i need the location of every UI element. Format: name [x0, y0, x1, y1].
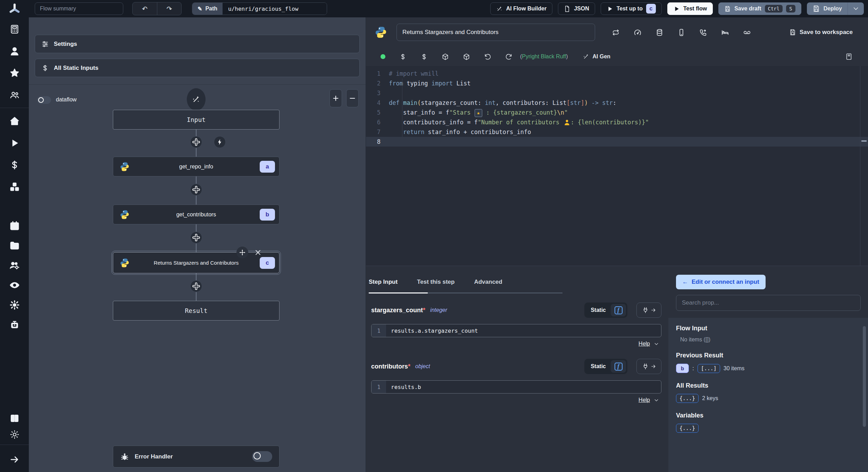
tab-step-input[interactable]: Step Input: [369, 279, 398, 285]
dollar-icon: [399, 53, 407, 60]
add-step-button[interactable]: [190, 280, 202, 292]
workers-icon: [9, 260, 20, 271]
sidebar-item-apps[interactable]: [0, 18, 29, 40]
connect-input-button[interactable]: [636, 303, 661, 318]
deploy-button[interactable]: Deploy: [807, 2, 848, 15]
sidebar-item-audit-logs[interactable]: [0, 275, 29, 295]
all-static-inputs-button[interactable]: All Static Inputs: [35, 59, 360, 77]
flow-node-a[interactable]: get_repo_info a: [113, 157, 279, 176]
ai-flow-builder-button[interactable]: AI Flow Builder: [490, 2, 552, 15]
save-draft-button[interactable]: Save draft Ctrl S: [718, 2, 801, 15]
ai-gen-button[interactable]: AI Gen: [583, 53, 611, 60]
field-name: contributors: [371, 363, 408, 370]
help-link[interactable]: Help: [639, 397, 650, 403]
add-step-button[interactable]: [190, 232, 202, 243]
edit-or-connect-button[interactable]: ← Edit or connect an input: [676, 275, 766, 289]
node-c-label: Returns Stargazers and Contributors: [154, 260, 239, 266]
sidebar-item-groups[interactable]: [0, 84, 29, 106]
scrollbar-thumb[interactable]: [863, 326, 866, 427]
sidebar-item-settings[interactable]: [0, 295, 29, 315]
sidebar-item-ai[interactable]: [0, 315, 29, 334]
move-node-handle[interactable]: [236, 247, 248, 258]
add-step-button[interactable]: [190, 136, 202, 148]
person-emoji: [564, 119, 570, 126]
cache-button[interactable]: [656, 28, 663, 36]
deploy-more-button[interactable]: [848, 2, 864, 15]
mock-button[interactable]: [677, 28, 685, 36]
array-badge[interactable]: [...]: [698, 364, 720, 373]
dataflow-toggle[interactable]: [37, 96, 51, 104]
sidebar-item-expand[interactable]: [0, 447, 29, 472]
json-button[interactable]: JSON: [558, 2, 595, 15]
sidebar-divider: [0, 108, 29, 108]
flow-summary-input[interactable]: [35, 2, 123, 15]
add-trigger-button[interactable]: [214, 136, 226, 148]
sidebar-item-runs[interactable]: [0, 132, 29, 154]
windmill-flow-editor: ↶ ↷ ✎ Path u/henri/gracious_flow AI Flow…: [0, 0, 868, 472]
sidebar-item-home[interactable]: [0, 110, 29, 132]
input-expression-editor[interactable]: 1 results.a.stargazers_count: [371, 324, 661, 337]
sidebar-item-theme-toggle[interactable]: [0, 427, 29, 442]
sidebar-item-workers[interactable]: [0, 255, 29, 275]
test-flow-button[interactable]: Test flow: [667, 2, 713, 15]
sidebar-item-user[interactable]: [0, 40, 29, 62]
sidebar-item-schedules[interactable]: [0, 216, 29, 235]
object-badge[interactable]: {...}: [676, 394, 699, 403]
path-chip[interactable]: ✎ Path u/henri/gracious_flow: [192, 2, 327, 15]
variables-title: Variables: [676, 412, 868, 419]
tab-advanced[interactable]: Advanced: [474, 279, 502, 285]
sidebar-item-docs[interactable]: [0, 411, 29, 427]
ai-icon: [9, 320, 20, 330]
input-mode-toggle[interactable]: Static f: [584, 303, 627, 318]
flow-node-b[interactable]: get_contributors b: [113, 205, 279, 224]
test-up-to-button[interactable]: Test up to c: [601, 2, 662, 15]
script-library-button[interactable]: [845, 53, 853, 60]
redo-button[interactable]: ↷: [157, 2, 181, 15]
delete-node-button[interactable]: [254, 249, 261, 256]
horizontal-splitter[interactable]: [366, 266, 868, 271]
zoom-out-button[interactable]: [346, 89, 359, 107]
reset-code-button[interactable]: [484, 53, 491, 60]
package-alt-button[interactable]: [463, 53, 470, 60]
search-prop-input[interactable]: [676, 295, 861, 311]
ai-builder-wand-button[interactable]: [186, 88, 206, 111]
shared-dir-button[interactable]: [743, 28, 751, 36]
sleep-button[interactable]: [721, 28, 729, 36]
input-mode-toggle[interactable]: Static f: [584, 359, 627, 374]
sidebar-item-resources[interactable]: [0, 176, 29, 198]
step-header: Save to workspace: [366, 17, 868, 47]
result-key-badge[interactable]: b: [676, 364, 689, 373]
add-variable-button[interactable]: [399, 53, 407, 60]
tab-test-this-step[interactable]: Test this step: [417, 279, 454, 285]
test-up-to-label: Test up to: [617, 6, 643, 12]
reload-assistant-button[interactable]: [505, 53, 512, 60]
zoom-in-button[interactable]: [329, 89, 342, 107]
sidebar-item-variables[interactable]: [0, 154, 29, 176]
windmill-logo[interactable]: [0, 0, 29, 18]
flow-node-input[interactable]: Input: [113, 110, 279, 130]
early-stop-button[interactable]: [634, 28, 642, 36]
step-title-input[interactable]: [397, 24, 595, 41]
flow-settings-button[interactable]: Settings: [35, 35, 360, 53]
save-to-workspace-button[interactable]: Save to workspace: [789, 29, 853, 36]
sidebar-item-folders[interactable]: [0, 235, 29, 255]
favorites-icon: [9, 68, 20, 78]
suspend-button[interactable]: [699, 28, 707, 36]
flow-node-result[interactable]: Result: [113, 301, 279, 321]
active-tab-underline: [369, 292, 428, 293]
retries-button[interactable]: [612, 28, 620, 36]
add-step-button[interactable]: [190, 184, 202, 196]
help-link[interactable]: Help: [639, 341, 650, 347]
object-badge[interactable]: {...}: [676, 424, 699, 433]
play-icon: [673, 6, 680, 12]
package-button[interactable]: [442, 53, 449, 60]
connect-input-button[interactable]: [636, 359, 661, 374]
home-icon: [9, 116, 20, 126]
undo-button[interactable]: ↶: [133, 2, 157, 15]
input-expression-editor[interactable]: 1 results.b: [371, 380, 661, 394]
code-editor[interactable]: 1# import wmill2from typing import List3…: [366, 66, 868, 266]
add-resource-button[interactable]: [420, 53, 428, 60]
sidebar-item-favorites[interactable]: [0, 62, 29, 84]
error-handler-node[interactable]: Error Handler: [113, 446, 279, 467]
error-handler-toggle[interactable]: [252, 451, 272, 462]
